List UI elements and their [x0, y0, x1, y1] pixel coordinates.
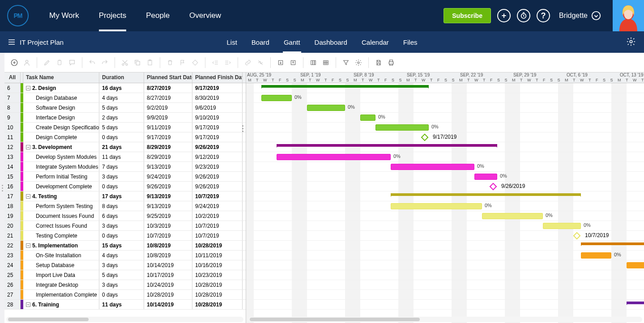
- table-row[interactable]: 23On-Site Installation4 days10/8/201910/…: [4, 251, 246, 260]
- redo-icon[interactable]: [99, 57, 110, 68]
- task-name-cell[interactable]: Implementation Complete: [23, 290, 99, 299]
- task-bar[interactable]: [307, 105, 345, 111]
- planned-start-cell[interactable]: 10/28/2019: [144, 290, 192, 299]
- table-row[interactable]: 14Integrate System Modules7 days9/13/201…: [4, 162, 246, 172]
- planned-start-cell[interactable]: 10/3/2019: [144, 221, 192, 230]
- nav-overview[interactable]: Overview: [179, 0, 231, 31]
- planned-finish-cell[interactable]: 8/30/2019: [192, 93, 243, 102]
- task-name-cell[interactable]: Development Complete: [23, 182, 99, 191]
- task-name-cell[interactable]: Create Design Specifications: [23, 123, 99, 132]
- duration-cell[interactable]: 0 days: [99, 231, 144, 240]
- duration-cell[interactable]: 3 days: [99, 260, 144, 270]
- collapse-icon[interactable]: −: [26, 194, 30, 199]
- task-name-cell[interactable]: Software Design: [23, 103, 99, 112]
- task-name-cell[interactable]: −2. Design: [23, 83, 99, 93]
- gantt-row[interactable]: [246, 191, 644, 201]
- planned-start-cell[interactable]: 9/9/2019: [144, 113, 192, 122]
- duration-cell[interactable]: 0 days: [99, 182, 144, 191]
- copy-icon[interactable]: [132, 57, 143, 68]
- col-planned-start[interactable]: Planned Start Date: [144, 72, 192, 83]
- planned-start-cell[interactable]: 8/27/2019: [144, 83, 192, 93]
- table-row[interactable]: 8Software Design5 days9/2/20199/6/2019: [4, 103, 246, 113]
- timer-icon[interactable]: [517, 9, 530, 22]
- planned-finish-cell[interactable]: 10/28/2019: [192, 300, 243, 309]
- user-add-icon[interactable]: [21, 57, 32, 68]
- tab-calendar[interactable]: Calendar: [361, 31, 390, 53]
- task-name-cell[interactable]: Design Database: [23, 93, 99, 102]
- collapse-icon[interactable]: −: [26, 243, 30, 248]
- duration-cell[interactable]: 11 days: [99, 300, 144, 309]
- tab-dashboard[interactable]: Dashboard: [314, 31, 348, 53]
- task-name-cell[interactable]: Develop System Modules: [23, 152, 99, 162]
- gantt-row[interactable]: [246, 142, 644, 152]
- save-icon[interactable]: [373, 57, 384, 68]
- delete-icon[interactable]: [165, 57, 175, 68]
- table-row[interactable]: 24Setup Database3 days10/14/201910/16/20…: [4, 260, 246, 270]
- table-row[interactable]: 7Design Database4 days8/27/20198/30/2019: [4, 93, 246, 103]
- clipboard-icon[interactable]: [54, 57, 65, 68]
- grid-icon[interactable]: [320, 57, 331, 68]
- tab-list[interactable]: List: [226, 31, 238, 53]
- columns-icon[interactable]: [308, 57, 319, 68]
- planned-start-cell[interactable]: 8/29/2019: [144, 142, 192, 152]
- task-name-cell[interactable]: Interface Design: [23, 113, 99, 122]
- planned-start-cell[interactable]: 8/29/2019: [144, 152, 192, 162]
- paste-icon[interactable]: [145, 57, 155, 68]
- task-name-cell[interactable]: On-Site Installation: [23, 251, 99, 260]
- gantt-row[interactable]: [246, 300, 644, 310]
- duration-cell[interactable]: 3 days: [99, 221, 144, 230]
- planned-finish-cell[interactable]: 10/23/2019: [192, 270, 243, 280]
- duration-cell[interactable]: 5 days: [99, 123, 144, 132]
- task-name-cell[interactable]: Import Live Data: [23, 270, 99, 280]
- task-name-cell[interactable]: −3. Development: [23, 142, 99, 152]
- planned-finish-cell[interactable]: 10/16/2019: [192, 260, 243, 270]
- milestone-icon[interactable]: [573, 232, 581, 240]
- summary-bar[interactable]: [581, 242, 644, 245]
- gantt-row[interactable]: 0%: [246, 280, 644, 290]
- duration-cell[interactable]: 3 days: [99, 280, 144, 289]
- gantt-row[interactable]: 0%: [246, 270, 644, 280]
- tab-gantt[interactable]: Gantt: [283, 31, 301, 53]
- table-row[interactable]: 21Testing Complete0 days10/7/201910/7/20…: [4, 231, 246, 241]
- subscribe-button[interactable]: Subscribe: [444, 8, 491, 23]
- duration-cell[interactable]: 15 days: [99, 241, 144, 250]
- col-task[interactable]: Task Name: [23, 72, 99, 83]
- planned-start-cell[interactable]: 10/8/2019: [144, 251, 192, 260]
- planned-start-cell[interactable]: 9/11/2019: [144, 123, 192, 132]
- export-icon[interactable]: [288, 57, 299, 68]
- nav-people[interactable]: People: [136, 0, 179, 31]
- planned-finish-cell[interactable]: 10/7/2019: [192, 221, 243, 230]
- tab-files[interactable]: Files: [402, 31, 418, 53]
- add-task-icon[interactable]: [9, 57, 20, 68]
- gantt-row[interactable]: 0%: [246, 211, 644, 221]
- table-row[interactable]: 26Integrate Desktop3 days10/24/201910/28…: [4, 280, 246, 290]
- gantt-row[interactable]: 0%: [246, 123, 644, 132]
- splitter-handle[interactable]: [241, 125, 244, 132]
- collapse-icon[interactable]: −: [26, 86, 30, 90]
- planned-start-cell[interactable]: 10/17/2019: [144, 270, 192, 280]
- planned-start-cell[interactable]: 9/25/2019: [144, 211, 192, 221]
- planned-start-cell[interactable]: 9/2/2019: [144, 103, 192, 112]
- task-name-cell[interactable]: Integrate System Modules: [23, 162, 99, 171]
- table-hscroll[interactable]: [6, 317, 243, 322]
- task-bar[interactable]: [277, 154, 391, 160]
- planned-finish-cell[interactable]: 9/17/2019: [192, 132, 243, 142]
- duration-cell[interactable]: 16 days: [99, 83, 144, 93]
- duration-cell[interactable]: 4 days: [99, 93, 144, 102]
- planned-finish-cell[interactable]: 9/24/2019: [192, 201, 243, 211]
- tab-board[interactable]: Board: [251, 31, 270, 53]
- task-bar[interactable]: [360, 115, 375, 121]
- task-bar[interactable]: [391, 164, 474, 170]
- planned-start-cell[interactable]: 8/27/2019: [144, 93, 192, 102]
- table-row[interactable]: 22−5. Implementation15 days10/8/201910/2…: [4, 241, 246, 251]
- task-bar[interactable]: [391, 203, 482, 209]
- task-name-cell[interactable]: Setup Database: [23, 260, 99, 270]
- planned-finish-cell[interactable]: 10/11/2019: [192, 251, 243, 260]
- duration-cell[interactable]: 5 days: [99, 270, 144, 280]
- planned-start-cell[interactable]: 9/17/2019: [144, 132, 192, 142]
- planned-finish-cell[interactable]: 9/6/2019: [192, 103, 243, 112]
- planned-start-cell[interactable]: 10/14/2019: [144, 300, 192, 309]
- gantt-row[interactable]: 0%: [246, 201, 644, 211]
- add-button[interactable]: +: [497, 9, 511, 22]
- project-title-area[interactable]: IT Project Plan: [0, 38, 64, 46]
